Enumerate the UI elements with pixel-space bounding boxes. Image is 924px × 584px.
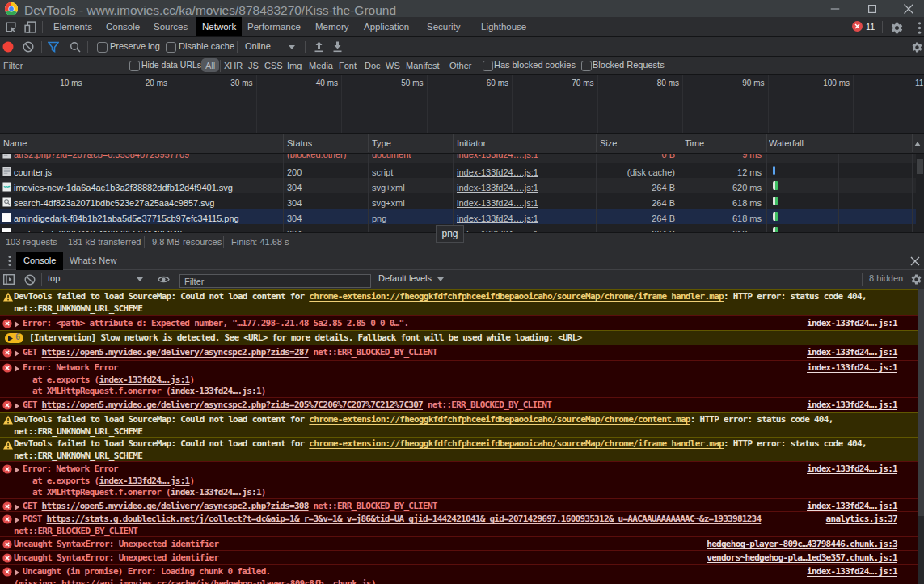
- clear-network-log-icon[interactable]: [23, 41, 34, 53]
- column-header-type[interactable]: Type: [372, 134, 391, 152]
- has-blocked-cookies-checkbox[interactable]: [483, 61, 493, 71]
- source-location-link[interactable]: hedgehog-player-809c…43798446.chunk.js:3: [707, 539, 897, 550]
- preserve-log-checkbox[interactable]: [97, 42, 108, 53]
- column-header-waterfall[interactable]: Waterfall: [769, 134, 804, 152]
- hidden-messages-count[interactable]: 8 hidden: [869, 273, 903, 283]
- console-message[interactable]: DevTools failed to load SourceMap: Could…: [0, 437, 918, 463]
- console-message[interactable]: Error: Network Errorindex-133fd24….js:1a…: [0, 360, 918, 398]
- console-link[interactable]: index-133fd24….js:1: [99, 375, 190, 385]
- source-location-link[interactable]: index-133fd24….js:1: [807, 318, 897, 329]
- minimize-button[interactable]: [823, 0, 847, 17]
- source-location-link[interactable]: index-133fd24….js:1: [807, 400, 897, 411]
- tab-network[interactable]: Network: [196, 17, 242, 36]
- request-row[interactable]: atrs2.php?zid=207&cb=0.353840725957709(b…: [0, 154, 924, 163]
- request-row[interactable]: imovies-new-1da6a4ac1b3a2f38882ddfb12d4f…: [0, 178, 924, 193]
- column-header-name[interactable]: Name: [3, 134, 27, 152]
- column-header-size[interactable]: Size: [600, 134, 617, 152]
- filter-type-ws[interactable]: WS: [386, 59, 400, 72]
- filter-type-other[interactable]: Other: [449, 59, 472, 72]
- console-link[interactable]: chrome-extension://fheoggkfdfchfphceeifd…: [309, 438, 724, 449]
- network-scrollbar-thumb[interactable]: [917, 159, 923, 174]
- console-message[interactable]: Error: Network Errorindex-133fd24….js:1a…: [0, 461, 918, 499]
- console-link[interactable]: index-133fd24….js:1: [171, 487, 261, 497]
- initiator-link[interactable]: index-133fd24….js:1: [457, 183, 538, 193]
- network-settings-gear-icon[interactable]: [911, 41, 923, 53]
- initiator-link[interactable]: index-133fd24….js:1: [457, 198, 538, 208]
- search-icon[interactable]: [70, 41, 81, 53]
- disable-cache-label[interactable]: Disable cache: [179, 41, 234, 51]
- throttling-select[interactable]: Online: [245, 41, 271, 51]
- more-options-kebab-icon[interactable]: [913, 21, 924, 35]
- console-sidebar-icon[interactable]: [3, 274, 15, 285]
- filter-type-img[interactable]: Img: [287, 59, 302, 72]
- drawer-tab-console[interactable]: Console: [16, 252, 63, 270]
- tab-performance[interactable]: Performance: [242, 17, 306, 36]
- filter-type-manifest[interactable]: Manifest: [406, 59, 440, 72]
- column-header-time[interactable]: Time: [685, 134, 704, 152]
- network-overview-timeline[interactable]: 10 ms20 ms30 ms40 ms50 ms60 ms70 ms80 ms…: [0, 75, 924, 134]
- drawer-kebab-icon[interactable]: [4, 255, 15, 267]
- console-settings-gear-icon[interactable]: [910, 273, 922, 286]
- console-message[interactable]: Uncaught SyntaxError: Unexpected identif…: [0, 536, 918, 551]
- filter-type-js[interactable]: JS: [248, 59, 259, 72]
- filter-funnel-icon[interactable]: [48, 41, 59, 53]
- filter-type-xhr[interactable]: XHR: [224, 59, 243, 72]
- tab-security[interactable]: Security: [421, 17, 466, 36]
- record-network-log-icon[interactable]: [2, 41, 14, 53]
- console-link[interactable]: https://open5.myvideo.ge/delivery/asyncs…: [42, 501, 309, 511]
- source-location-link[interactable]: vendors~hedgehog-pla…1ed3e357.chunk.js:1: [707, 552, 897, 564]
- request-row[interactable]: search-4df823a2071bdbc523e27a25aa4c9857.…: [0, 193, 924, 209]
- column-header-status[interactable]: Status: [287, 134, 312, 152]
- network-filter-input[interactable]: [3, 59, 116, 72]
- console-link[interactable]: https://open5.myvideo.ge/delivery/asyncs…: [42, 400, 423, 410]
- tab-elements[interactable]: Elements: [48, 17, 98, 36]
- console-link[interactable]: index-133fd24….js:1: [99, 476, 190, 486]
- inspect-element-icon[interactable]: [4, 20, 18, 34]
- console-scrollbar[interactable]: [918, 289, 924, 584]
- blocked-requests-checkbox[interactable]: [581, 61, 592, 71]
- settings-gear-icon[interactable]: [890, 21, 904, 35]
- filter-type-all[interactable]: All: [201, 58, 219, 72]
- tab-application[interactable]: Application: [358, 17, 415, 36]
- console-scrollbar-thumb[interactable]: [918, 289, 924, 516]
- filter-type-doc[interactable]: Doc: [365, 59, 381, 72]
- close-window-button[interactable]: [897, 0, 921, 17]
- request-row[interactable]: amindigedark-f84b1b21aba5d5e37715cb97efc…: [0, 209, 924, 224]
- console-message[interactable]: POST https://stats.g.doubleclick.net/j/c…: [0, 511, 918, 537]
- console-link[interactable]: chrome-extension://fheoggkfdfchfphceeifd…: [309, 414, 690, 425]
- tab-lighthouse[interactable]: Lighthouse: [475, 17, 532, 36]
- close-drawer-button[interactable]: [909, 255, 922, 268]
- column-header-initiator[interactable]: Initiator: [457, 134, 486, 152]
- console-message[interactable]: Uncaught (in promise) Error: Loading chu…: [0, 564, 918, 584]
- console-message[interactable]: GET https://open5.myvideo.ge/delivery/as…: [0, 397, 918, 412]
- console-link[interactable]: chrome-extension://fheoggkfdfchfphceeifd…: [309, 291, 724, 302]
- maximize-button[interactable]: [860, 0, 884, 17]
- filter-type-font[interactable]: Font: [339, 59, 357, 72]
- hide-data-urls-label[interactable]: Hide data URLs: [141, 60, 201, 70]
- console-message[interactable]: 6[Intervention] Slow network is detected…: [0, 330, 918, 345]
- initiator-link[interactable]: index-133fd24….js:1: [457, 154, 538, 159]
- clear-console-icon[interactable]: [24, 274, 36, 286]
- disable-cache-checkbox[interactable]: [166, 42, 176, 53]
- tab-sources[interactable]: Sources: [148, 17, 193, 36]
- console-link[interactable]: index-133fd24….js:1: [171, 386, 261, 396]
- console-message[interactable]: GET https://open5.myvideo.ge/delivery/as…: [0, 345, 918, 360]
- console-message[interactable]: DevTools failed to load SourceMap: Could…: [0, 289, 918, 315]
- source-location-link[interactable]: analytics.js:37: [826, 514, 897, 525]
- preserve-log-label[interactable]: Preserve log: [110, 41, 160, 51]
- live-expression-eye-icon[interactable]: [158, 274, 170, 285]
- source-location-link[interactable]: index-133fd24….js:1: [807, 362, 897, 374]
- export-har-icon[interactable]: [332, 41, 343, 53]
- filter-type-media[interactable]: Media: [309, 59, 333, 72]
- console-error-count[interactable]: 11: [852, 21, 875, 32]
- console-message[interactable]: GET https://open5.myvideo.ge/delivery/as…: [0, 498, 918, 512]
- source-location-link[interactable]: index-133fd24….js:1: [807, 463, 897, 475]
- console-message[interactable]: DevTools failed to load SourceMap: Could…: [0, 412, 918, 438]
- console-filter-input[interactable]: [179, 274, 371, 288]
- hide-data-urls-checkbox[interactable]: [129, 61, 140, 71]
- drawer-tab-what-s-new[interactable]: What's New: [62, 252, 124, 270]
- import-har-icon[interactable]: [314, 41, 324, 53]
- console-message[interactable]: Uncaught SyntaxError: Unexpected identif…: [0, 550, 918, 565]
- device-toolbar-icon[interactable]: [23, 20, 37, 34]
- tab-console[interactable]: Console: [100, 17, 146, 36]
